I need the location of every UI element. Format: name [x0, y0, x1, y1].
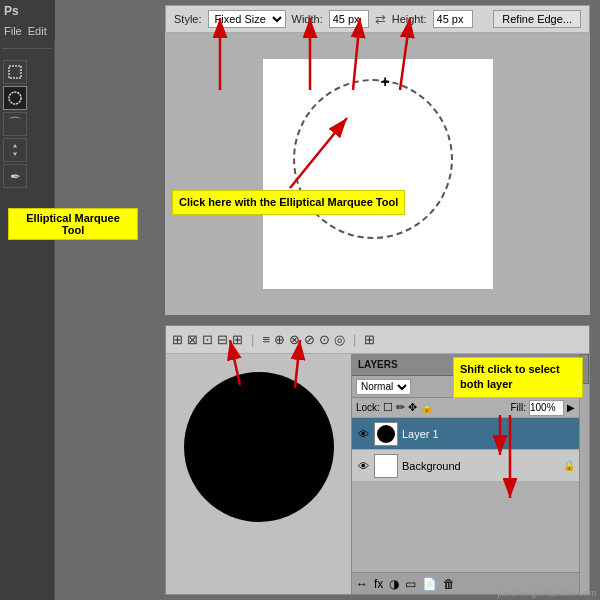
- footer-new-layer-icon[interactable]: 📄: [422, 577, 437, 591]
- left-toolbar: Ps File Edit ⌒ ✒: [0, 0, 55, 600]
- bt-icon11[interactable]: ◎: [334, 332, 345, 347]
- bt-icon3[interactable]: ⊡: [202, 332, 213, 347]
- layer1-visibility[interactable]: 👁: [356, 427, 370, 441]
- bg-visibility[interactable]: 👁: [356, 459, 370, 473]
- bg-thumbnail: [374, 454, 398, 478]
- bottom-toolbar: ⊞ ⊠ ⊡ ⊟ ⊞ | ≡ ⊕ ⊗ ⊘ ⊙ ◎ | ⊞: [166, 326, 589, 354]
- cursor-crosshair: +: [381, 73, 390, 91]
- fill-input[interactable]: [529, 400, 564, 416]
- bt-icon10[interactable]: ⊙: [319, 332, 330, 347]
- move-tool[interactable]: [3, 138, 27, 162]
- style-select[interactable]: Fixed Size: [208, 10, 286, 28]
- width-label: Width:: [292, 13, 323, 25]
- layer1-thumb-circle: [377, 425, 395, 443]
- elliptical-marquee-tooltip: Elliptical Marquee Tool: [8, 208, 138, 240]
- footer-delete-icon[interactable]: 🗑: [443, 577, 455, 591]
- lock-icon1[interactable]: ☐: [383, 401, 393, 414]
- lock-icon4[interactable]: 🔒: [420, 401, 434, 414]
- brush-tool[interactable]: ✒: [3, 164, 27, 188]
- ps-logo: Ps: [0, 0, 55, 22]
- layer-row-layer1[interactable]: 👁 Layer 1: [352, 418, 579, 450]
- bt-icon12[interactable]: ⊞: [364, 332, 375, 347]
- menu-bar: File Edit: [0, 22, 55, 40]
- options-bar: Style: Fixed Size Width: ⇄ Height: Refin…: [165, 5, 590, 33]
- watermark: jiaocheng.chazidian.com: [497, 588, 596, 598]
- elliptical-marquee-tool[interactable]: [3, 86, 27, 110]
- bg-lock-icon: 🔒: [563, 460, 575, 471]
- fill-arrow[interactable]: ▶: [567, 402, 575, 413]
- lock-icon2[interactable]: ✏: [396, 401, 405, 414]
- layer1-thumbnail: [374, 422, 398, 446]
- canvas-area: +: [165, 33, 590, 315]
- refine-edge-label: Refine Edge...: [502, 13, 572, 25]
- bt-icon6[interactable]: ≡: [262, 332, 270, 347]
- footer-link-icon[interactable]: ↔: [356, 577, 368, 591]
- layers-shift-click-annotation: Shift click to select both layer: [453, 357, 583, 398]
- svg-point-1: [9, 92, 21, 104]
- layers-hint-text: Shift click to select both layer: [460, 363, 560, 390]
- layer-row-background[interactable]: 👁 Background 🔒: [352, 450, 579, 482]
- menu-file[interactable]: File: [4, 25, 22, 37]
- swap-icon: ⇄: [375, 12, 386, 27]
- tooltip-text: Elliptical Marquee Tool: [26, 212, 120, 236]
- annotation1-text: Click here with the Elliptical Marquee T…: [179, 196, 398, 208]
- bt-icon4[interactable]: ⊟: [217, 332, 228, 347]
- layer1-name: Layer 1: [402, 428, 575, 440]
- click-here-annotation: Click here with the Elliptical Marquee T…: [172, 190, 405, 215]
- rectangular-marquee-tool[interactable]: [3, 60, 27, 84]
- style-label: Style:: [174, 13, 202, 25]
- footer-adjustment-icon[interactable]: ◑: [389, 577, 399, 591]
- ps-title: Ps: [4, 4, 19, 18]
- bt-icon2[interactable]: ⊠: [187, 332, 198, 347]
- bt-icon7[interactable]: ⊕: [274, 332, 285, 347]
- width-input[interactable]: [329, 10, 369, 28]
- bt-icon1[interactable]: ⊞: [172, 332, 183, 347]
- black-circle: [184, 372, 334, 522]
- footer-group-icon[interactable]: ▭: [405, 577, 416, 591]
- blend-mode-select[interactable]: Normal: [356, 379, 411, 395]
- footer-fx-icon[interactable]: fx: [374, 577, 383, 591]
- layers-title: LAYERS: [358, 359, 398, 370]
- lasso-tool[interactable]: ⌒: [3, 112, 27, 136]
- fill-label: Fill:: [510, 402, 526, 413]
- bt-icon9[interactable]: ⊘: [304, 332, 315, 347]
- bt-icon5[interactable]: ⊞: [232, 332, 243, 347]
- canvas-white[interactable]: +: [263, 59, 493, 289]
- layers-lock-bar: Lock: ☐ ✏ ✥ 🔒 Fill: ▶: [352, 398, 579, 418]
- layers-spacer: [352, 482, 579, 572]
- bt-icon8[interactable]: ⊗: [289, 332, 300, 347]
- tool-buttons: ⌒ ✒: [3, 60, 27, 188]
- lock-icon3[interactable]: ✥: [408, 401, 417, 414]
- bg-name: Background: [402, 460, 559, 472]
- lock-label: Lock:: [356, 402, 380, 413]
- height-label: Height:: [392, 13, 427, 25]
- svg-rect-0: [9, 66, 21, 78]
- height-input[interactable]: [433, 10, 473, 28]
- svg-marker-2: [13, 144, 17, 156]
- menu-edit[interactable]: Edit: [28, 25, 47, 37]
- refine-edge-button[interactable]: Refine Edge...: [493, 10, 581, 28]
- circle-preview: [166, 354, 351, 539]
